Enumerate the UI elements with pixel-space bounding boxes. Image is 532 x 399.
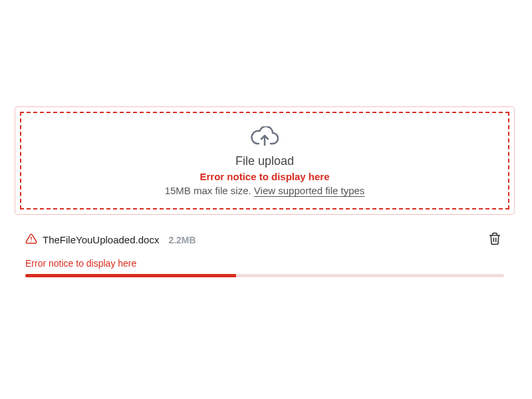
delete-file-button[interactable] (485, 229, 504, 250)
upload-panel: File upload Error notice to display here… (15, 106, 515, 277)
upload-title: File upload (28, 154, 501, 168)
trash-icon (488, 237, 501, 247)
filesize: 2.2MB (168, 235, 196, 245)
cloud-upload-icon (251, 126, 279, 150)
upload-hint-prefix: 15MB max file size. (165, 185, 254, 196)
upload-error-text: Error notice to display here (28, 171, 501, 182)
uploaded-file-row: TheFileYouUploaded.docx 2.2MB Error noti… (15, 229, 515, 277)
supported-types-link[interactable]: View supported file types (254, 185, 365, 196)
alert-triangle-icon (25, 233, 37, 247)
upload-progress (25, 274, 504, 277)
filename: TheFileYouUploaded.docx (43, 234, 159, 245)
upload-progress-fill (25, 274, 236, 277)
file-row-header: TheFileYouUploaded.docx 2.2MB (25, 229, 504, 250)
file-error-text: Error notice to display here (25, 258, 504, 269)
upload-hint: 15MB max file size. View supported file … (28, 185, 501, 196)
file-dropzone[interactable]: File upload Error notice to display here… (20, 112, 509, 209)
dropzone-container: File upload Error notice to display here… (15, 106, 515, 215)
